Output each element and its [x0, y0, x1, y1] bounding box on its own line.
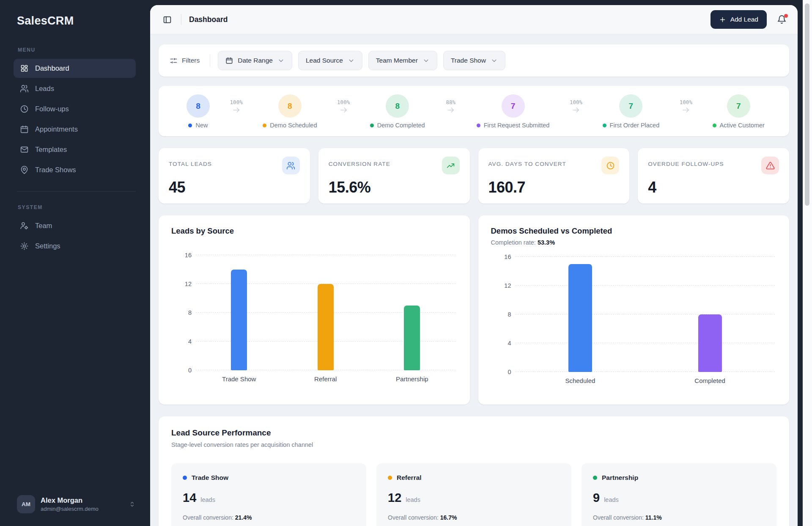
- sidebar-item-follow-ups[interactable]: Follow-ups: [14, 99, 136, 118]
- funnel-stage-first-request-submitted: 7First Request Submitted: [477, 94, 550, 129]
- stage-label-text: Demo Completed: [377, 122, 425, 129]
- stage-label-text: First Request Submitted: [484, 122, 550, 129]
- gear-icon: [20, 242, 29, 251]
- kpi-label: TOTAL LEADS: [169, 161, 212, 167]
- user-name: Alex Morgan: [41, 496, 123, 504]
- stage-count-badge: 8: [187, 94, 210, 118]
- sidebar-item-appointments[interactable]: Appointments: [14, 120, 136, 139]
- arrow-right-icon: [680, 106, 691, 114]
- sidebar-item-trade-shows[interactable]: Trade Shows: [14, 160, 136, 179]
- bar-referral[interactable]: [318, 284, 334, 370]
- trending-up-icon: [446, 161, 455, 170]
- y-axis-tick: 4: [495, 340, 511, 347]
- y-axis-tick: 8: [176, 309, 192, 316]
- chevron-down-icon: [277, 57, 285, 64]
- funnel-stage-active-customer: 7Active Customer: [713, 94, 765, 129]
- dashboard-content: Filters Date RangeLead SourceTeam Member…: [150, 34, 798, 526]
- bar-partnership[interactable]: [404, 306, 420, 370]
- filter-dropdowns: Date RangeLead SourceTeam MemberTrade Sh…: [218, 51, 505, 70]
- sidebar-toggle-button[interactable]: [161, 14, 173, 26]
- source-lead-unit: leads: [200, 496, 215, 503]
- source-lead-unit: leads: [406, 496, 420, 503]
- sidebar-item-templates[interactable]: Templates: [14, 140, 136, 159]
- source-name-text: Trade Show: [192, 474, 228, 482]
- arrow-right-icon: [445, 106, 456, 114]
- source-dot: [388, 476, 392, 480]
- x-axis-label: Trade Show: [196, 375, 283, 383]
- stage-label: Demo Scheduled: [263, 122, 317, 129]
- funnel-transition: 100%: [337, 99, 350, 114]
- clock-icon: [20, 105, 29, 113]
- arrow-right-icon: [338, 106, 349, 114]
- sidebar-item-label: Leads: [35, 85, 54, 93]
- kpi-label: CONVERSION RATE: [329, 161, 390, 167]
- source-lead-count: 9: [593, 491, 600, 505]
- transition-percentage: 88%: [446, 99, 455, 105]
- filter-dropdown-lead-source[interactable]: Lead Source: [298, 51, 362, 70]
- chevron-down-icon: [348, 57, 355, 64]
- source-cards-grid: Trade Show14leadsOverall conversion: 21.…: [171, 463, 776, 526]
- sidebar-item-team[interactable]: Team: [14, 216, 136, 235]
- sidebar: SalesCRM MENU DashboardLeadsFollow-upsAp…: [0, 0, 150, 526]
- panel-left-icon: [163, 15, 172, 24]
- bar-scheduled[interactable]: [568, 264, 592, 372]
- sidebar-section-system: SYSTEM: [18, 204, 136, 210]
- stage-label-text: New: [195, 122, 208, 129]
- bar-trade-show[interactable]: [231, 270, 247, 370]
- y-axis-tick: 8: [495, 311, 511, 318]
- section-subtitle: Stage-level conversion rates per acquisi…: [171, 441, 776, 448]
- filter-dropdown-date-range[interactable]: Date Range: [218, 51, 292, 70]
- x-axis-label: Scheduled: [516, 377, 645, 384]
- filter-dropdown-trade-show[interactable]: Trade Show: [443, 51, 505, 70]
- sidebar-divider: [17, 191, 136, 192]
- x-axis-label: Referral: [283, 375, 369, 383]
- sidebar-item-dashboard[interactable]: Dashboard: [14, 59, 136, 78]
- stage-label-text: First Order Placed: [610, 122, 660, 129]
- funnel-stage-demo-completed: 8Demo Completed: [370, 94, 425, 129]
- source-name-text: Referral: [397, 474, 422, 482]
- add-lead-label: Add Lead: [730, 16, 758, 23]
- sidebar-item-settings[interactable]: Settings: [14, 237, 136, 256]
- sidebar-item-label: Settings: [35, 242, 60, 250]
- stage-dot: [370, 124, 374, 127]
- stage-label: Demo Completed: [370, 122, 425, 129]
- y-axis-tick: 4: [176, 338, 192, 345]
- source-lead-count: 14: [183, 491, 196, 505]
- user-gear-icon: [20, 221, 29, 230]
- dropdown-label: Trade Show: [451, 57, 486, 64]
- funnel-stage-new: 8New: [187, 94, 210, 129]
- sidebar-system-nav: TeamSettings: [14, 216, 136, 256]
- stage-count-badge: 7: [727, 94, 750, 118]
- topbar-divider: [181, 14, 181, 25]
- chart-title: Leads by Source: [171, 226, 457, 236]
- filter-dropdown-team-member[interactable]: Team Member: [368, 51, 437, 70]
- calendar-icon: [225, 57, 233, 64]
- kpi-card-overdue-follow-ups: OVERDUE FOLLOW-UPS4: [638, 148, 789, 204]
- user-menu[interactable]: AM Alex Morgan admin@salescrm.demo: [17, 495, 136, 513]
- dropdown-label: Team Member: [376, 57, 418, 64]
- stage-label: Active Customer: [713, 122, 765, 129]
- notifications-button[interactable]: [777, 15, 787, 25]
- filters-icon: [170, 57, 178, 65]
- source-dot: [183, 476, 187, 480]
- demos-chart: 0481216ScheduledCompleted: [491, 257, 777, 384]
- lead-source-performance-card: Lead Source Performance Stage-level conv…: [159, 416, 789, 526]
- source-lead-count: 12: [388, 491, 401, 505]
- add-lead-button[interactable]: Add Lead: [710, 10, 767, 29]
- scrollbar-thumb[interactable]: [805, 3, 809, 206]
- section-title: Lead Source Performance: [171, 428, 776, 438]
- kpi-label: AVG. DAYS TO CONVERT: [488, 161, 566, 167]
- avatar: AM: [17, 495, 35, 513]
- dropdown-label: Date Range: [238, 57, 273, 64]
- plus-icon: [719, 16, 726, 23]
- scrollbar-track[interactable]: [803, 0, 812, 526]
- calendar-icon: [20, 125, 29, 134]
- source-conversion: Overall conversion: 11.1%: [593, 514, 765, 521]
- sidebar-item-label: Appointments: [35, 125, 78, 133]
- stage-dot: [188, 124, 192, 127]
- funnel-stage-demo-scheduled: 8Demo Scheduled: [263, 94, 317, 129]
- leads-by-source-chart-card: Leads by Source 0481216Trade ShowReferra…: [159, 215, 470, 405]
- bar-completed[interactable]: [698, 314, 722, 372]
- app-logo: SalesCRM: [17, 14, 136, 28]
- sidebar-item-leads[interactable]: Leads: [14, 79, 136, 98]
